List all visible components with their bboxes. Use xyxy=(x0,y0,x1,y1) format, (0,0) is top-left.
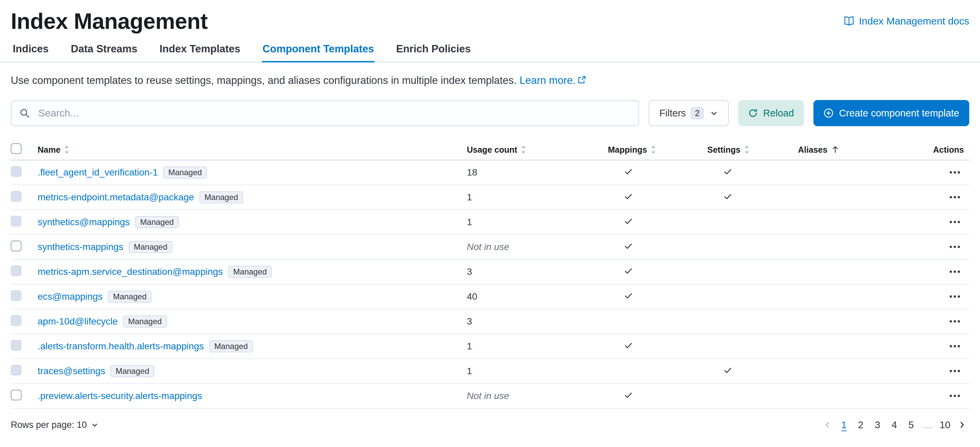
table-row: traces@settings Managed 1 xyxy=(11,359,969,384)
column-header-mappings[interactable]: Mappings xyxy=(608,145,707,155)
create-component-template-button[interactable]: Create component template xyxy=(813,100,969,126)
sort-icon xyxy=(520,145,526,154)
mappings-check-icon xyxy=(623,390,633,400)
docs-book-icon xyxy=(844,16,854,27)
tab-component-templates[interactable]: Component Templates xyxy=(262,38,375,62)
settings-check-icon xyxy=(723,191,733,201)
rows-per-page-button[interactable]: Rows per page: 10 xyxy=(11,420,99,430)
usage-count: Not in use xyxy=(467,391,608,401)
actions-cell xyxy=(884,391,969,401)
component-template-link[interactable]: .preview.alerts-security.alerts-mappings xyxy=(38,391,202,401)
tab-indices[interactable]: Indices xyxy=(12,38,49,62)
row-actions-button[interactable] xyxy=(947,242,963,252)
table-row: ecs@mappings Managed 40 xyxy=(11,285,969,309)
row-checkbox xyxy=(11,340,21,351)
mappings-check-icon xyxy=(623,291,633,301)
component-template-link[interactable]: metrics-apm.service_destination@mappings xyxy=(38,266,223,277)
managed-badge: Managed xyxy=(199,191,243,203)
reload-button[interactable]: Reload xyxy=(738,100,804,126)
mappings-cell xyxy=(608,241,707,254)
managed-badge: Managed xyxy=(135,216,179,228)
component-template-link[interactable]: ecs@mappings xyxy=(38,291,102,302)
name-cell: traces@settings Managed xyxy=(38,365,467,377)
component-template-link[interactable]: synthetics@mappings xyxy=(38,217,130,228)
name-cell: apm-10d@lifecycle Managed xyxy=(38,315,467,328)
column-header-aliases[interactable]: Aliases xyxy=(798,145,884,155)
boxes-horizontal-icon xyxy=(950,271,960,273)
row-actions-button[interactable] xyxy=(947,366,963,376)
filters-button[interactable]: Filters 2 xyxy=(649,100,729,126)
row-actions-button[interactable] xyxy=(947,342,963,351)
managed-badge: Managed xyxy=(110,365,154,377)
pagination-prev-button[interactable] xyxy=(820,418,835,431)
row-checkbox-cell xyxy=(11,265,38,279)
component-template-link[interactable]: apm-10d@lifecycle xyxy=(38,316,118,327)
actions-cell xyxy=(884,292,969,301)
pagination-page-3[interactable]: 3 xyxy=(870,417,885,433)
sort-ascending-icon xyxy=(831,145,840,154)
settings-cell xyxy=(707,365,798,377)
component-template-link[interactable]: traces@settings xyxy=(38,366,105,377)
tab-index-templates[interactable]: Index Templates xyxy=(159,38,241,62)
mappings-check-icon xyxy=(623,166,633,176)
actions-cell xyxy=(884,193,969,202)
row-actions-button[interactable] xyxy=(947,168,963,177)
column-header-name[interactable]: Name xyxy=(38,145,467,155)
component-template-link[interactable]: .fleet_agent_id_verification-1 xyxy=(38,167,158,178)
row-actions-button[interactable] xyxy=(947,391,963,401)
component-template-link[interactable]: metrics-endpoint.metadata@package xyxy=(38,192,194,203)
pagination-page-2[interactable]: 2 xyxy=(853,417,869,433)
pagination-page-4[interactable]: 4 xyxy=(887,417,902,433)
usage-count: 1 xyxy=(467,192,608,203)
table-row: metrics-apm.service_destination@mappings… xyxy=(11,260,969,285)
pagination-page-10[interactable]: 10 xyxy=(937,417,953,433)
name-cell: synthetics@mappings Managed xyxy=(38,216,467,228)
select-all-checkbox[interactable] xyxy=(11,143,21,154)
boxes-horizontal-icon xyxy=(950,345,960,348)
pagination-next-button[interactable] xyxy=(955,418,969,431)
row-actions-button[interactable] xyxy=(947,217,963,227)
managed-badge: Managed xyxy=(129,241,172,253)
actions-cell xyxy=(884,267,969,276)
table-row: .alerts-transform.health.alerts-mappings… xyxy=(11,334,969,359)
tab-data-streams[interactable]: Data Streams xyxy=(70,38,138,62)
row-checkbox[interactable] xyxy=(11,241,21,251)
name-cell: synthetics-mappings Managed xyxy=(38,241,467,253)
row-checkbox xyxy=(11,191,21,202)
row-checkbox-cell xyxy=(11,365,38,378)
pagination-page-5[interactable]: 5 xyxy=(904,417,919,433)
search-input-wrapper xyxy=(11,100,639,126)
row-checkbox-cell xyxy=(11,290,38,303)
search-input[interactable] xyxy=(11,100,639,126)
row-actions-button[interactable] xyxy=(947,193,963,202)
component-templates-table: Name Usage count Mappings Settings Alias… xyxy=(11,139,969,409)
refresh-icon xyxy=(748,108,758,118)
tab-enrich-policies[interactable]: Enrich Policies xyxy=(395,38,471,62)
pagination-ellipsis: … xyxy=(920,417,935,433)
row-checkbox-cell xyxy=(11,315,38,328)
actions-cell xyxy=(884,366,969,376)
filters-count-badge: 2 xyxy=(690,107,704,119)
row-checkbox[interactable] xyxy=(11,390,21,400)
row-checkbox-cell xyxy=(11,390,38,403)
column-header-settings[interactable]: Settings xyxy=(707,145,798,155)
usage-count: Not in use xyxy=(467,242,608,252)
table-header: Name Usage count Mappings Settings Alias… xyxy=(11,139,969,160)
component-template-link[interactable]: .alerts-transform.health.alerts-mappings xyxy=(38,341,204,352)
chevron-down-icon xyxy=(91,421,99,428)
row-actions-button[interactable] xyxy=(947,292,963,301)
mappings-cell xyxy=(608,390,707,403)
learn-more-link[interactable]: Learn more. xyxy=(520,74,586,86)
boxes-horizontal-icon xyxy=(950,196,960,199)
row-actions-button[interactable] xyxy=(947,317,963,326)
docs-link[interactable]: Index Management docs xyxy=(844,16,969,27)
row-actions-button[interactable] xyxy=(947,267,963,276)
table-row: synthetics-mappings Managed Not in use xyxy=(11,235,969,260)
mappings-cell xyxy=(608,166,707,179)
component-template-link[interactable]: synthetics-mappings xyxy=(38,242,123,252)
page-title: Index Management xyxy=(11,7,208,35)
pagination-page-1[interactable]: 1 xyxy=(836,417,852,433)
column-header-usage-count[interactable]: Usage count xyxy=(467,145,608,155)
chevron-right-icon xyxy=(958,421,966,429)
actions-cell xyxy=(884,242,969,252)
